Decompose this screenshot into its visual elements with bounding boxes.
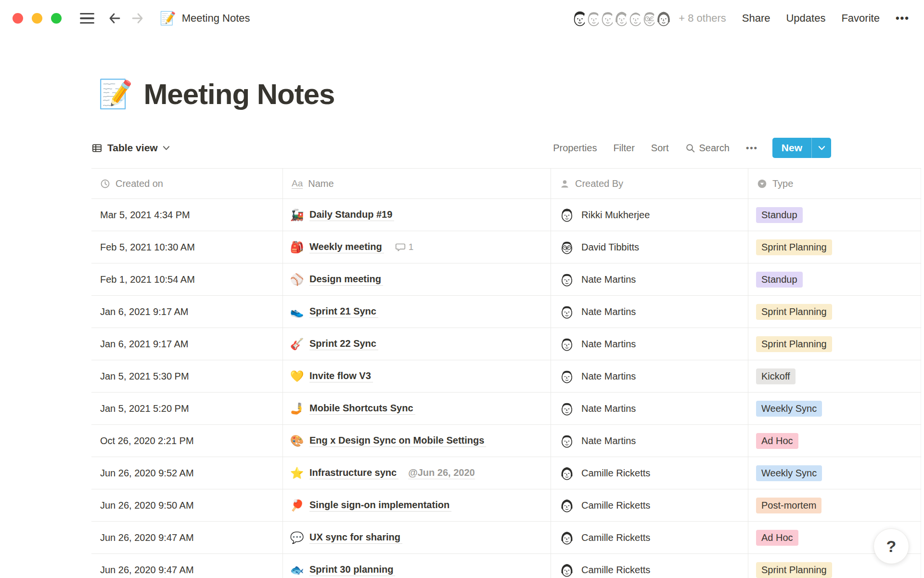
share-button[interactable]: Share	[742, 12, 770, 25]
zoom-window-button[interactable]	[51, 13, 62, 24]
column-header-type[interactable]: Type	[748, 169, 921, 198]
page-link[interactable]: Infrastructure sync	[309, 467, 398, 479]
column-header-created-on[interactable]: Created on	[91, 169, 283, 198]
created-on-cell[interactable]: Jan 5, 2021 5:30 PM	[91, 360, 283, 392]
name-cell[interactable]: 💛Invite flow V3	[283, 360, 551, 392]
name-cell[interactable]: 🏓Single sign-on implementation	[283, 489, 551, 521]
more-options-icon[interactable]: •••	[896, 12, 910, 25]
type-badge[interactable]: Post-mortem	[756, 498, 821, 513]
help-button[interactable]: ?	[873, 528, 909, 564]
breadcrumb-page-title[interactable]: Meeting Notes	[182, 12, 250, 25]
name-cell[interactable]: 🎸Sprint 22 Sync	[283, 328, 551, 360]
created-on-cell[interactable]: Jan 5, 2021 5:20 PM	[91, 393, 283, 424]
updates-button[interactable]: Updates	[786, 12, 825, 25]
created-by-cell[interactable]: Nate Martins	[551, 296, 748, 328]
minimize-window-button[interactable]	[32, 13, 42, 24]
date-mention[interactable]: @Jun 26, 2020	[408, 467, 475, 479]
created-on-cell[interactable]: Mar 5, 2021 4:34 PM	[91, 199, 283, 231]
sidebar-toggle-icon[interactable]	[80, 13, 94, 24]
created-on-cell[interactable]: Jun 26, 2020 9:47 AM	[91, 554, 283, 578]
view-switcher[interactable]: Table view	[91, 142, 170, 154]
type-cell[interactable]: Weekly Sync	[748, 393, 921, 424]
collaborator-avatar-stack[interactable]	[571, 9, 673, 27]
created-on-cell[interactable]: Jun 26, 2020 9:52 AM	[91, 457, 283, 489]
type-cell[interactable]: Weekly Sync	[748, 457, 921, 489]
page-emoji-large-icon[interactable]: 📝	[98, 80, 133, 108]
created-on-cell[interactable]: Jan 6, 2021 9:17 AM	[91, 296, 283, 328]
type-cell[interactable]: Kickoff	[748, 360, 921, 392]
type-badge[interactable]: Weekly Sync	[756, 401, 822, 417]
name-cell[interactable]: 🎨Eng x Design Sync on Mobile Settings	[283, 425, 551, 457]
created-on-cell[interactable]: Oct 26, 2020 2:21 PM	[91, 425, 283, 457]
type-cell[interactable]: Standup	[748, 263, 921, 295]
forward-button[interactable]	[130, 11, 145, 26]
created-by-cell[interactable]: David Tibbitts	[551, 231, 748, 263]
close-window-button[interactable]	[13, 13, 23, 24]
search-button[interactable]: Search	[685, 143, 730, 154]
page-link[interactable]: Weekly meeting	[309, 241, 384, 253]
created-on-cell[interactable]: Feb 1, 2021 10:54 AM	[91, 263, 283, 295]
name-cell[interactable]: 👟Sprint 21 Sync	[283, 296, 551, 328]
type-badge[interactable]: Sprint Planning	[756, 239, 832, 255]
page-link[interactable]: UX sync for sharing	[309, 532, 402, 544]
type-cell[interactable]: Sprint Planning	[748, 328, 921, 360]
type-badge[interactable]: Sprint Planning	[756, 336, 832, 352]
created-by-cell[interactable]: Nate Martins	[551, 393, 748, 424]
sort-button[interactable]: Sort	[651, 143, 669, 154]
view-options-icon[interactable]: •••	[746, 143, 758, 153]
type-badge[interactable]: Kickoff	[756, 368, 796, 384]
type-badge[interactable]: Sprint Planning	[756, 562, 832, 578]
page-link[interactable]: Single sign-on implementation	[309, 499, 451, 512]
created-on-cell[interactable]: Jun 26, 2020 9:50 AM	[91, 489, 283, 521]
name-cell[interactable]: ⭐Infrastructure sync@Jun 26, 2020	[283, 457, 551, 489]
created-by-cell[interactable]: Nate Martins	[551, 360, 748, 392]
type-cell[interactable]: Sprint Planning	[748, 296, 921, 328]
type-badge[interactable]: Weekly Sync	[756, 465, 822, 481]
page-link[interactable]: Sprint 30 planning	[309, 564, 395, 576]
created-by-cell[interactable]: Camille Ricketts	[551, 554, 748, 578]
page-link[interactable]: Eng x Design Sync on Mobile Settings	[309, 435, 486, 447]
created-by-cell[interactable]: Camille Ricketts	[551, 489, 748, 521]
comment-count[interactable]: 1	[395, 242, 414, 252]
new-button-dropdown[interactable]	[811, 138, 831, 158]
collaborator-avatar[interactable]	[654, 9, 673, 27]
page-link[interactable]: Mobile Shortcuts Sync	[309, 403, 415, 415]
page-link[interactable]: Invite flow V3	[309, 370, 373, 382]
created-on-cell[interactable]: Feb 5, 2021 10:30 AM	[91, 231, 283, 263]
name-cell[interactable]: 🎒Weekly meeting1	[283, 231, 551, 263]
type-badge[interactable]: Sprint Planning	[756, 304, 832, 320]
name-cell[interactable]: ⚾Design meeting	[283, 263, 551, 295]
page-link[interactable]: Sprint 22 Sync	[309, 338, 378, 350]
type-cell[interactable]: Sprint Planning	[748, 231, 921, 263]
created-by-cell[interactable]: Camille Ricketts	[551, 522, 748, 553]
type-badge[interactable]: Ad Hoc	[756, 530, 798, 546]
created-by-cell[interactable]: Camille Ricketts	[551, 457, 748, 489]
created-by-cell[interactable]: Nate Martins	[551, 425, 748, 457]
created-by-cell[interactable]: Nate Martins	[551, 328, 748, 360]
collaborators-others-count[interactable]: + 8 others	[679, 12, 726, 25]
name-cell[interactable]: 🐟Sprint 30 planning	[283, 554, 551, 578]
name-cell[interactable]: 🤳Mobile Shortcuts Sync	[283, 393, 551, 424]
name-cell[interactable]: 🚂Daily Standup #19	[283, 199, 551, 231]
page-link[interactable]: Design meeting	[309, 274, 383, 286]
favorite-button[interactable]: Favorite	[841, 12, 879, 25]
created-on-cell[interactable]: Jun 26, 2020 9:47 AM	[91, 522, 283, 553]
back-button[interactable]	[107, 11, 122, 26]
created-by-cell[interactable]: Rikki Mukherjee	[551, 199, 748, 231]
created-on-cell[interactable]: Jan 6, 2021 9:17 AM	[91, 328, 283, 360]
column-header-name[interactable]: Aa Name	[283, 169, 551, 198]
filter-button[interactable]: Filter	[613, 143, 634, 154]
properties-button[interactable]: Properties	[553, 143, 597, 154]
page-link[interactable]: Daily Standup #19	[309, 209, 394, 221]
created-by-cell[interactable]: Nate Martins	[551, 263, 748, 295]
type-cell[interactable]: Ad Hoc	[748, 425, 921, 457]
page-title[interactable]: Meeting Notes	[143, 78, 334, 111]
type-badge[interactable]: Standup	[756, 272, 803, 288]
column-header-created-by[interactable]: Created By	[551, 169, 748, 198]
type-cell[interactable]: Standup	[748, 199, 921, 231]
type-cell[interactable]: Post-mortem	[748, 489, 921, 521]
type-badge[interactable]: Ad Hoc	[756, 433, 798, 449]
page-link[interactable]: Sprint 21 Sync	[309, 306, 378, 318]
type-badge[interactable]: Standup	[756, 207, 803, 223]
new-button[interactable]: New	[772, 138, 811, 158]
